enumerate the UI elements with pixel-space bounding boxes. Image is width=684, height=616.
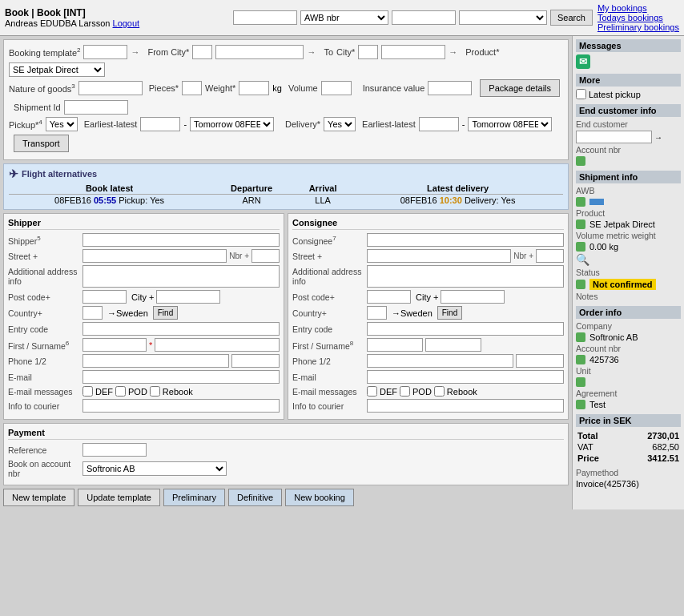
todays-bookings-link[interactable]: Todays bookings <box>597 13 679 22</box>
shipper-address-row: Additional address info <box>8 265 280 288</box>
from-city-input[interactable]: Stockholm <box>215 45 304 59</box>
shipper-rebook-checkbox-label[interactable]: Rebook <box>150 386 193 397</box>
pickup-from-input[interactable] <box>140 117 180 131</box>
consignee-postcode-label: Post code+ <box>292 292 364 302</box>
flight-row[interactable]: 08FEB16 05:55 Pickup: Yes ARN LLA 08FEB1… <box>9 195 563 207</box>
weight-unit: kg <box>272 83 282 93</box>
from-country-code[interactable]: SE <box>192 45 212 59</box>
consignee-first-input[interactable]: Test <box>367 338 423 352</box>
shipper-street-input[interactable]: Ringvägen <box>82 249 227 263</box>
consignee-country-name: →Sweden <box>392 308 433 318</box>
consignee-pod-checkbox-label[interactable]: POD <box>400 386 432 397</box>
col-book-latest: Book latest <box>9 183 210 195</box>
to-country-code[interactable]: SE <box>358 45 378 59</box>
definitive-button[interactable]: Definitive <box>228 489 282 506</box>
consignee-find-button[interactable]: Find <box>437 306 462 320</box>
shipment-id-input[interactable] <box>64 100 128 115</box>
end-customer-input[interactable] <box>576 131 652 143</box>
pieces-input[interactable]: 1 <box>182 81 202 95</box>
pickup-to-select[interactable]: Tomorrow 08FEE <box>190 117 274 131</box>
search-button[interactable]: Search <box>550 10 593 26</box>
payment-account-select[interactable]: Softronic AB <box>82 461 227 476</box>
shipper-postcode-input[interactable]: 11860 <box>82 290 127 304</box>
consignee-country-code[interactable]: SE <box>367 306 387 320</box>
consignee-def-checkbox[interactable] <box>367 386 377 397</box>
shipper-rebook-checkbox[interactable] <box>150 386 160 397</box>
status-badge: Not confirmed <box>589 279 656 290</box>
shipper-def-checkbox[interactable] <box>82 386 93 397</box>
logout-link[interactable]: Logout <box>113 18 140 28</box>
consignee-street-input[interactable]: Storgatan <box>367 249 511 263</box>
consignee-city-input[interactable]: Luleå <box>441 290 505 304</box>
delivery-to-select[interactable]: Tomorrow 08FEE <box>468 117 552 131</box>
to-city-input[interactable]: Luleå <box>381 45 445 59</box>
consignee-postcode-input[interactable]: 97238 <box>367 290 411 304</box>
weight-input[interactable]: 1.00 <box>239 81 269 95</box>
consignee-surname-input[interactable]: Test <box>425 338 481 352</box>
product-select[interactable]: SE Jetpak Direct <box>9 62 105 77</box>
shipper-pod-checkbox-label[interactable]: POD <box>115 386 147 397</box>
consignee-def-checkbox-label[interactable]: DEF <box>367 386 397 397</box>
nature-input[interactable]: Böcker <box>78 81 143 95</box>
consignee-additional-input[interactable] <box>367 265 564 288</box>
new-booking-button[interactable]: New booking <box>285 489 354 506</box>
shipper-find-button[interactable]: Find <box>153 306 178 320</box>
template-input[interactable]: LLA <box>83 45 127 59</box>
shipper-entry-input[interactable] <box>82 322 280 336</box>
insurance-input[interactable] <box>428 81 472 95</box>
consignee-input[interactable]: Bokhandeln AB <box>367 233 564 247</box>
my-bookings-link[interactable]: My bookings <box>597 3 679 13</box>
latest-pickup-label[interactable]: Latest pickup <box>576 89 681 99</box>
shipper-phone2-input[interactable] <box>231 354 280 368</box>
consignee-phone2-input[interactable] <box>516 354 564 368</box>
awb-input2[interactable] <box>392 10 456 25</box>
shipper-surname-input[interactable] <box>155 338 280 352</box>
pickup-label: Pickup*4 <box>9 119 42 130</box>
shipper-city-input[interactable]: Stockholm <box>156 290 220 304</box>
shipper-pod-checkbox[interactable] <box>115 386 126 397</box>
package-details-button[interactable]: Package details <box>480 79 560 97</box>
consignee-additional-label: Additional address info <box>292 267 364 286</box>
shipper-def-checkbox-label[interactable]: DEF <box>82 386 113 397</box>
consignee-rebook-checkbox-label[interactable]: Rebook <box>434 386 477 397</box>
consignee-pod-checkbox[interactable] <box>400 386 410 397</box>
shipper-email-input[interactable] <box>82 370 280 384</box>
top-links: My bookings Todays bookings Preliminary … <box>597 3 679 32</box>
delivery-select[interactable]: Yes <box>324 117 356 131</box>
shipper-phone-input[interactable]: 070-8813218 <box>82 354 229 368</box>
delivery-from-input[interactable] <box>419 117 459 131</box>
unit-icon <box>576 377 585 387</box>
pickup-select[interactable]: Yes <box>46 117 78 131</box>
shipper-info-input[interactable] <box>82 399 280 413</box>
end-customer-section: End customer info End customer → Account… <box>576 104 681 166</box>
consignee-rebook-checkbox[interactable] <box>434 386 445 397</box>
shipper-nbr-input[interactable]: 100 <box>251 249 280 263</box>
awb-select[interactable]: AWB nbr <box>300 10 388 25</box>
shipper-input[interactable]: Softronic / plan 11, Varuhissen <box>82 233 280 247</box>
shipper-first-input[interactable]: Henrik <box>82 338 147 352</box>
company-label-row: Company <box>576 321 681 331</box>
consignee-nbr-input[interactable]: 10 <box>536 249 564 263</box>
consignee-email-input[interactable] <box>367 370 564 384</box>
transport-button[interactable]: Transport <box>14 135 69 152</box>
preliminary-bookings-link[interactable]: Preliminary bookings <box>597 22 679 32</box>
payment-reference-input[interactable] <box>82 443 147 457</box>
pieces-label: Pieces* <box>149 83 179 93</box>
shipper-country-code[interactable]: SE <box>82 306 103 320</box>
new-template-button[interactable]: New template <box>3 489 74 506</box>
from-city-label: From City* <box>147 47 189 57</box>
shipper-consignee-row: Shipper Shipper5 Softronic / plan 11, Va… <box>3 213 569 420</box>
preliminary-button[interactable]: Preliminary <box>163 489 225 506</box>
awb-bar-row <box>576 197 681 207</box>
consignee-phone-input[interactable]: 564564564 <box>367 354 513 368</box>
volume-input[interactable] <box>321 81 352 95</box>
awb-select2[interactable] <box>459 10 547 25</box>
latest-pickup-checkbox[interactable] <box>576 89 586 99</box>
consignee-info-input[interactable] <box>367 399 564 413</box>
shipper-additional-input[interactable] <box>82 265 280 288</box>
awb-input[interactable] <box>233 10 297 25</box>
update-template-button[interactable]: Update template <box>78 489 160 506</box>
consignee-email-msg-row: E-mail messages DEF POD Rebook <box>292 386 564 397</box>
consignee-entry-input[interactable] <box>367 322 564 336</box>
consignee-name-row: Consignee7 Bokhandeln AB <box>292 233 564 247</box>
